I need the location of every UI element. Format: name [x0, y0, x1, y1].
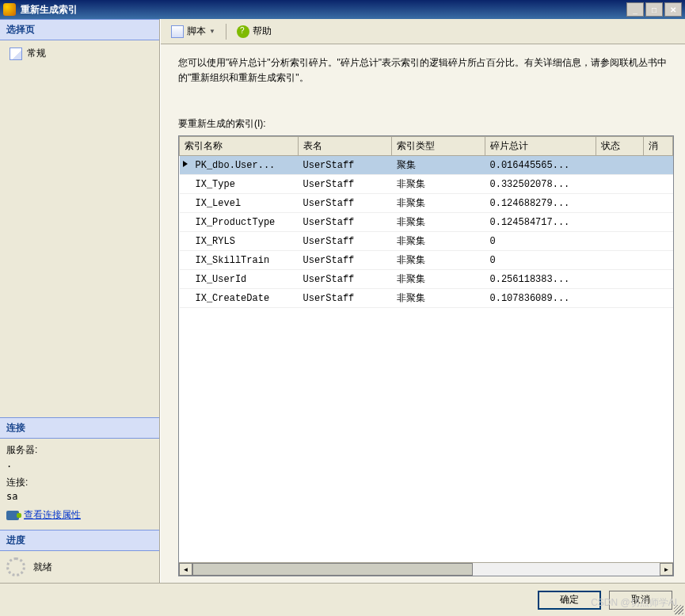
close-button[interactable]: ✕: [664, 2, 682, 17]
table-cell: UserStaff: [299, 251, 392, 270]
script-label: 脚本: [187, 25, 206, 38]
table-row[interactable]: IX_SkillTrainUserStaff非聚集0: [180, 251, 673, 270]
table-cell: IX_RYLS: [180, 232, 299, 251]
table-cell: UserStaff: [299, 213, 392, 232]
conn-value: sa: [6, 491, 153, 502]
table-cell: UserStaff: [299, 156, 392, 175]
connection-header: 连接: [0, 417, 159, 439]
col-message[interactable]: 消: [644, 137, 673, 156]
horizontal-scrollbar[interactable]: ◄ ►: [179, 562, 673, 576]
scroll-thumb[interactable]: [192, 563, 473, 576]
table-cell: IX_CreateDate: [180, 289, 299, 308]
table-cell: 非聚集: [392, 232, 485, 251]
server-label: 服务器:: [6, 443, 153, 457]
table-row[interactable]: IX_UserIdUserStaff非聚集0.256118383...: [180, 270, 673, 289]
table-row[interactable]: IX_RYLSUserStaff非聚集0: [180, 232, 673, 251]
table-row[interactable]: PK_dbo.User...UserStaff聚集0.016445565...: [180, 156, 673, 175]
table-cell: PK_dbo.User...: [180, 156, 299, 175]
description-text: 您可以使用"碎片总计"分析索引碎片。"碎片总计"表示索引的逻辑碎片所占百分比。有…: [178, 55, 674, 86]
table-cell: 0.256118383...: [485, 270, 596, 289]
progress-body: 就绪: [0, 551, 159, 583]
col-status[interactable]: 状态: [596, 137, 644, 156]
help-button[interactable]: 帮助: [233, 22, 276, 40]
table-cell: [644, 270, 673, 289]
col-table-name[interactable]: 表名: [299, 137, 392, 156]
minimize-button[interactable]: _: [626, 2, 644, 17]
table-cell: IX_Level: [180, 194, 299, 213]
scroll-left-button[interactable]: ◄: [179, 563, 192, 576]
table-row[interactable]: IX_TypeUserStaff非聚集0.332502078...: [180, 175, 673, 194]
table-cell: [596, 194, 644, 213]
table-cell: [644, 194, 673, 213]
resize-grip[interactable]: [674, 605, 683, 614]
table-cell: 0.107836089...: [485, 289, 596, 308]
table-cell: 0.124584717...: [485, 213, 596, 232]
table-cell: [596, 289, 644, 308]
spinner-icon: [6, 557, 25, 576]
main-area: 选择页 常规 连接 服务器: . 连接: sa 查看连接属性 进度 就绪: [0, 19, 685, 583]
connection-body: 服务器: . 连接: sa 查看连接属性: [0, 439, 159, 530]
table-cell: [596, 156, 644, 175]
button-bar: 确定 取消: [0, 583, 685, 616]
help-icon: [237, 25, 249, 38]
header-row: 索引名称 表名 索引类型 碎片总计 状态 消: [180, 137, 673, 156]
table-cell: [596, 232, 644, 251]
table-cell: [644, 289, 673, 308]
col-index-name[interactable]: 索引名称: [180, 137, 299, 156]
page-icon: [10, 48, 22, 60]
index-grid[interactable]: 索引名称 表名 索引类型 碎片总计 状态 消 PK_dbo.User...Use…: [178, 135, 674, 576]
table-cell: 0: [485, 251, 596, 270]
server-value: .: [6, 458, 153, 470]
watermark: CSDN @切点师学AI: [591, 596, 677, 610]
table-cell: [644, 213, 673, 232]
conn-label: 连接:: [6, 476, 153, 489]
maximize-button[interactable]: □: [645, 2, 663, 17]
left-panel: 选择页 常规 连接 服务器: . 连接: sa 查看连接属性 进度 就绪: [0, 19, 160, 583]
table-cell: 非聚集: [392, 175, 485, 194]
select-page-header: 选择页: [0, 19, 159, 40]
table-cell: IX_ProductType: [180, 213, 299, 232]
table-cell: IX_Type: [180, 175, 299, 194]
table-cell: 非聚集: [392, 194, 485, 213]
col-frag-total[interactable]: 碎片总计: [485, 137, 596, 156]
nav-general-label: 常规: [27, 47, 46, 60]
table-cell: UserStaff: [299, 270, 392, 289]
table-cell: [596, 175, 644, 194]
progress-status: 就绪: [33, 561, 52, 574]
table-cell: 聚集: [392, 156, 485, 175]
table-cell: 非聚集: [392, 270, 485, 289]
scroll-track[interactable]: [192, 563, 660, 576]
table-row[interactable]: IX_LevelUserStaff非聚集0.124688279...: [180, 194, 673, 213]
progress-header: 进度: [0, 530, 159, 551]
table-cell: [644, 251, 673, 270]
table-cell: IX_SkillTrain: [180, 251, 299, 270]
table-cell: 0.124688279...: [485, 194, 596, 213]
table-cell: 0.332502078...: [485, 175, 596, 194]
view-props-label: 查看连接属性: [24, 508, 81, 522]
nav-general[interactable]: 常规: [6, 45, 153, 62]
toolbar-separator: [226, 24, 226, 40]
view-connection-properties-link[interactable]: 查看连接属性: [6, 508, 153, 522]
grid-label: 要重新生成的索引(I):: [178, 117, 674, 131]
table-cell: [644, 156, 673, 175]
right-panel: 脚本 ▼ 帮助 您可以使用"碎片总计"分析索引碎片。"碎片总计"表示索引的逻辑碎…: [160, 19, 685, 583]
chevron-down-icon: ▼: [209, 28, 215, 35]
script-button[interactable]: 脚本 ▼: [167, 22, 219, 40]
help-label: 帮助: [253, 25, 272, 38]
table-cell: UserStaff: [299, 232, 392, 251]
connection-icon: [6, 511, 19, 520]
table-row[interactable]: IX_ProductTypeUserStaff非聚集0.124584717...: [180, 213, 673, 232]
table-cell: UserStaff: [299, 289, 392, 308]
table-cell: 非聚集: [392, 213, 485, 232]
table-cell: [596, 251, 644, 270]
col-index-type[interactable]: 索引类型: [392, 137, 485, 156]
table-cell: 非聚集: [392, 289, 485, 308]
window-title: 重新生成索引: [21, 3, 626, 17]
table-cell: 非聚集: [392, 251, 485, 270]
window-controls: _ □ ✕: [626, 2, 682, 17]
scroll-right-button[interactable]: ►: [660, 563, 673, 576]
table-cell: 0: [485, 232, 596, 251]
toolbar: 脚本 ▼ 帮助: [161, 19, 685, 44]
table-cell: [596, 270, 644, 289]
table-row[interactable]: IX_CreateDateUserStaff非聚集0.107836089...: [180, 289, 673, 308]
